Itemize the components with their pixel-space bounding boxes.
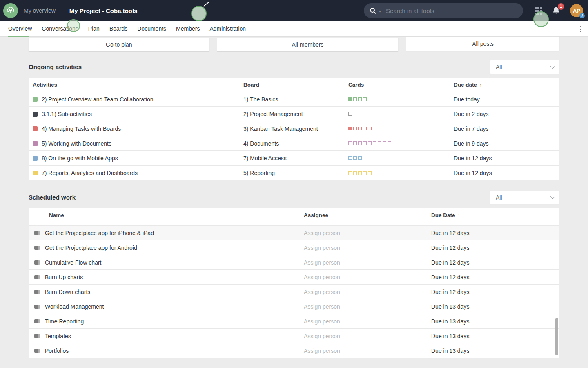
go-to-plan-button[interactable]: Go to plan [29, 38, 209, 51]
work-item-name: Burn Down charts [45, 289, 90, 295]
board-name: 5) Reporting [243, 170, 348, 176]
board-name: 3) Kanban Task Management [243, 126, 348, 132]
activity-color-icon [33, 112, 38, 117]
tab-administration[interactable]: Administration [209, 21, 246, 37]
table-row[interactable]: 2) Project Overview and Team Collaborati… [29, 92, 559, 107]
card-count-squares [348, 97, 454, 101]
tab-documents[interactable]: Documents [137, 21, 166, 37]
card-count-squares [348, 127, 454, 130]
card-count-squares [348, 141, 454, 145]
due-date: Due in 12 days [431, 289, 559, 295]
search-icon [370, 7, 376, 14]
avatar[interactable]: AP i [570, 4, 583, 17]
search-input[interactable]: ▾ Search in all tools [364, 3, 523, 18]
col-board: Board [243, 82, 348, 88]
table-row[interactable]: 8) On the go with Mobile Apps 7) Mobile … [29, 151, 559, 166]
due-date: Due in 13 days [431, 348, 559, 354]
table-row[interactable]: Burn Down charts Assign person Due in 12… [29, 285, 559, 299]
due-date: Due in 12 days [454, 170, 559, 176]
activity-color-icon [33, 97, 38, 102]
table-row[interactable]: Get the Projectplace app for iPhone & iP… [29, 226, 559, 240]
board-name: 2) Project Management [243, 111, 348, 117]
due-date: Due in 13 days [431, 303, 559, 310]
assign-person-link[interactable]: Assign person [304, 230, 431, 236]
tab-boards[interactable]: Boards [109, 21, 127, 37]
card-icon [34, 319, 40, 323]
table-row[interactable]: Workload Management Assign person Due in… [29, 299, 559, 314]
table-row[interactable]: Portfolios Assign person Due in 13 days [29, 343, 559, 358]
work-item-name: Time Reporting [45, 318, 84, 325]
notification-count-badge: 1 [558, 3, 564, 10]
assign-person-link[interactable]: Assign person [304, 303, 431, 310]
tab-members[interactable]: Members [176, 21, 200, 37]
shortcut-cards-row: Go to plan All members All posts [29, 38, 559, 51]
search-scope-caret-icon[interactable]: ▾ [379, 9, 381, 13]
scheduled-filter-value: All [496, 194, 502, 201]
col-assignee: Assignee [304, 212, 431, 218]
sort-ascending-icon: ↑ [479, 82, 482, 88]
app-switcher-icon[interactable] [535, 7, 542, 15]
chevron-down-icon [550, 194, 555, 199]
tab-plan[interactable]: Plan [88, 21, 100, 37]
activity-name: 4) Managing Tasks with Boards [42, 126, 121, 132]
due-date: Due in 12 days [431, 245, 559, 251]
work-item-name: Portfolios [45, 348, 69, 354]
work-item-name: Get the Projectplace app for iPhone & iP… [45, 230, 154, 236]
work-item-name: Get the Projectplace app for Android [45, 245, 137, 251]
col-activities: Activities [29, 82, 243, 88]
work-item-name: Burn Up charts [45, 274, 83, 280]
scrollbar-thumb[interactable] [555, 318, 558, 355]
due-date: Due in 13 days [431, 318, 559, 325]
assign-person-link[interactable]: Assign person [304, 333, 431, 339]
all-members-button[interactable]: All members [217, 38, 399, 51]
card-count-squares [348, 112, 454, 116]
ongoing-filter-value: All [496, 64, 502, 70]
card-count-squares [348, 171, 454, 175]
ongoing-filter-dropdown[interactable]: All [490, 60, 559, 74]
avatar-initials: AP [573, 8, 580, 14]
avatar-info-badge: i [579, 13, 585, 18]
board-name: 1) The Basics [243, 96, 348, 103]
card-icon [34, 275, 40, 279]
due-date: Due in 9 days [454, 140, 559, 147]
table-row[interactable]: Cumulative Flow chart Assign person Due … [29, 255, 559, 270]
table-row[interactable]: Get the Projectplace app for Android Ass… [29, 240, 559, 255]
all-posts-button[interactable]: All posts [406, 36, 559, 51]
table-row[interactable]: 5) Working with Documents 4) Documents D… [29, 136, 559, 151]
projectplace-logo-icon[interactable] [3, 3, 18, 18]
table-row[interactable]: Templates Assign person Due in 13 days [29, 329, 559, 343]
table-row[interactable]: 7) Reports, Analytics and Dashboards 5) … [29, 166, 559, 180]
assign-person-link[interactable]: Assign person [304, 274, 431, 280]
partial-row-edge [29, 222, 559, 226]
col-cards: Cards [348, 82, 454, 88]
scheduled-filter-dropdown[interactable]: All [490, 191, 559, 204]
assign-person-link[interactable]: Assign person [304, 259, 431, 266]
assign-person-link[interactable]: Assign person [304, 289, 431, 295]
table-row[interactable]: Burn Up charts Assign person Due in 12 d… [29, 270, 559, 285]
chevron-down-icon [550, 63, 555, 69]
tab-overflow-menu-icon[interactable] [579, 25, 583, 34]
ongoing-activities-title: Ongoing activities [29, 63, 82, 70]
scheduled-table-header: Name Assignee Due Date↑ [29, 208, 559, 222]
table-row[interactable]: Time Reporting Assign person Due in 13 d… [29, 314, 559, 329]
table-row[interactable]: 4) Managing Tasks with Boards 3) Kanban … [29, 121, 559, 136]
due-date: Due in 12 days [431, 274, 559, 280]
activity-name: 2) Project Overview and Team Collaborati… [42, 96, 154, 103]
tab-overview[interactable]: Overview [8, 21, 32, 37]
assign-person-link[interactable]: Assign person [304, 318, 431, 325]
col-due-date[interactable]: Due date↑ [454, 82, 559, 88]
scheduled-work-table: Name Assignee Due Date↑ Get the Projectp… [29, 208, 559, 358]
overview-content: Go to plan All members All posts Ongoing… [0, 38, 588, 358]
col-due-date[interactable]: Due Date↑ [431, 212, 559, 218]
assign-person-link[interactable]: Assign person [304, 245, 431, 251]
activity-name: 5) Working with Documents [42, 140, 111, 147]
assign-person-link[interactable]: Assign person [304, 348, 431, 354]
activity-color-icon [33, 141, 38, 146]
notifications-button[interactable]: 1 [552, 6, 560, 16]
project-tab-bar: Overview Conversations Plan Boards Docum… [0, 21, 588, 37]
card-icon [34, 260, 40, 265]
tab-conversations[interactable]: Conversations [42, 21, 78, 37]
table-row[interactable]: 3.1.1) Sub-activities 2) Project Managem… [29, 107, 559, 121]
my-overview-link[interactable]: My overview [24, 7, 56, 14]
work-item-name: Cumulative Flow chart [45, 259, 102, 266]
